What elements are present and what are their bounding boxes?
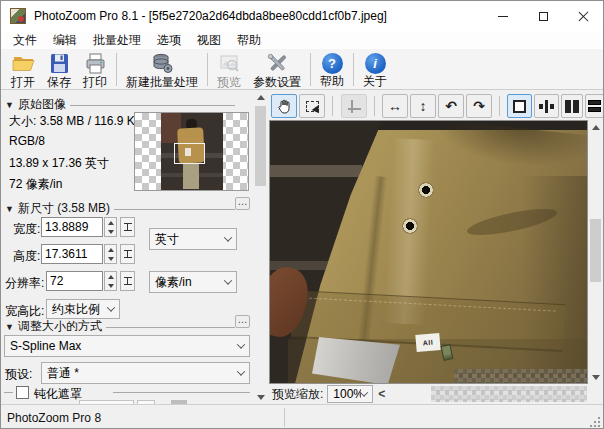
width-reset-button[interactable] — [120, 217, 135, 237]
section-title: 新尺寸 (3.58 MB) — [18, 200, 110, 217]
toolbar-separator — [207, 53, 208, 86]
aspect-ratio-select[interactable]: 约束比例 — [46, 299, 120, 319]
resolution-unit-select[interactable]: 像素/in — [149, 271, 237, 293]
menu-batch[interactable]: 批量处理 — [85, 31, 149, 50]
statusbar-separator — [284, 408, 285, 427]
new-size-options-button[interactable]: … — [235, 197, 250, 210]
marquee-icon — [306, 101, 319, 112]
section-new-size[interactable]: ▼ 新尺寸 (3.58 MB) — [5, 200, 235, 217]
menu-edit[interactable]: 编辑 — [45, 31, 85, 50]
watermark-mosaic — [431, 386, 587, 402]
close-button[interactable] — [563, 1, 603, 31]
watermark-mosaic — [454, 369, 587, 384]
menu-file[interactable]: 文件 — [5, 31, 45, 50]
help-button[interactable]: ? 帮助 — [314, 51, 350, 88]
hand-icon — [277, 98, 292, 114]
resize-method-options-button[interactable]: … — [235, 315, 250, 328]
original-resolution-line: 72 像素/in — [9, 176, 62, 193]
original-thumbnail[interactable] — [134, 112, 249, 191]
preview-scrollbar-thumb[interactable] — [590, 219, 601, 282]
resize-grip[interactable] — [589, 416, 601, 428]
window-title: PhotoZoom Pro 8.1 - [5f5e2720a2d64dbda8b… — [34, 9, 483, 23]
settings-button[interactable]: 参数设置 — [247, 51, 307, 88]
preset-select[interactable]: 普通 * — [41, 362, 250, 384]
view-split-button[interactable] — [534, 94, 559, 118]
height-reset-button[interactable] — [120, 244, 135, 264]
view-side-by-side-button[interactable] — [561, 94, 583, 118]
about-button[interactable]: i 关于 — [357, 51, 393, 88]
panel-scrollbar-thumb[interactable] — [255, 106, 266, 186]
statusbar: PhotoZoom Pro 8 — [1, 404, 603, 429]
crop-icon — [348, 100, 361, 113]
minimize-icon — [498, 16, 508, 17]
section-resize-method[interactable]: ▼ 调整大小的方式 — [5, 318, 235, 335]
scroll-up-icon[interactable] — [589, 120, 602, 134]
rotate-ccw-button[interactable]: ↶ — [438, 94, 464, 118]
thumbnail-selection-rect[interactable] — [174, 143, 205, 164]
view-top-bottom-button[interactable] — [585, 94, 604, 118]
original-dimensions-line: 13.89 x 17.36 英寸 — [9, 155, 109, 172]
photo-grommet — [402, 218, 418, 234]
hand-tool-button[interactable] — [271, 94, 297, 118]
scroll-left-icon[interactable]: < — [378, 387, 385, 401]
width-spinner[interactable] — [104, 217, 117, 237]
maximize-button[interactable] — [523, 1, 563, 31]
rotate-cw-button[interactable]: ↷ — [466, 94, 492, 118]
about-icon: i — [364, 52, 387, 74]
preview-zoom-select[interactable]: 100% — [327, 385, 373, 403]
panel-scrollbar[interactable] — [254, 90, 267, 404]
flip-vertical-icon: ↕ — [420, 98, 427, 114]
print-button[interactable]: 打印 — [77, 51, 113, 88]
width-label: 宽度: — [13, 221, 40, 238]
scroll-up-icon[interactable] — [254, 90, 267, 104]
preview-zoom-label: 预览缩放: — [272, 386, 323, 403]
section-title: 调整大小的方式 — [18, 318, 102, 335]
tools-icon — [266, 52, 289, 75]
view-side-by-side-icon — [565, 100, 579, 113]
save-button[interactable]: 保存 — [41, 51, 77, 88]
menu-help[interactable]: 帮助 — [229, 31, 269, 50]
maximize-icon — [539, 12, 548, 21]
marquee-tool-button[interactable] — [299, 94, 325, 118]
height-label: 高度: — [13, 248, 40, 265]
minimize-button[interactable] — [483, 1, 523, 31]
preview-button: 预览 — [211, 51, 247, 88]
view-single-button[interactable] — [507, 94, 532, 118]
flip-vertical-button[interactable]: ↕ — [410, 94, 436, 118]
new-batch-button[interactable]: 新建批量处理 — [120, 51, 204, 88]
unsharp-mask-label: 钝化遮罩 — [34, 386, 82, 403]
view-split-icon — [545, 100, 548, 113]
unsharp-mask-checkbox[interactable] — [16, 386, 29, 399]
ibeam-icon — [124, 250, 132, 258]
toolbar-separator — [310, 53, 311, 86]
scroll-down-icon[interactable] — [589, 370, 602, 384]
preview-image[interactable]: AII — [269, 120, 588, 384]
original-mode-line: RGB/8 — [9, 134, 45, 148]
resolution-reset-button[interactable] — [120, 271, 135, 291]
help-icon: ? — [321, 52, 344, 74]
resolution-input[interactable] — [46, 271, 103, 291]
flip-horizontal-button[interactable]: ↔ — [382, 94, 408, 118]
menu-view[interactable]: 视图 — [189, 31, 229, 50]
height-input[interactable] — [41, 244, 103, 264]
thumbnail-photo — [161, 113, 223, 191]
width-input[interactable] — [41, 217, 103, 237]
open-button[interactable]: 打开 — [5, 51, 41, 88]
toolbar-separator — [353, 53, 354, 86]
resolution-spinner[interactable] — [104, 271, 117, 291]
photo-label-tag: AII — [415, 333, 440, 352]
app-icon — [10, 8, 26, 24]
main-toolbar: 打开 保存 打印 新建批量处理 预览 — [1, 49, 603, 90]
section-rule — [70, 105, 235, 106]
menu-options[interactable]: 选项 — [149, 31, 189, 50]
section-original-image[interactable]: ▼ 原始图像 — [5, 96, 235, 113]
size-unit-select[interactable]: 英寸 — [149, 228, 237, 250]
chevron-down-icon — [224, 276, 232, 284]
height-spinner[interactable] — [104, 244, 117, 264]
preview-scrollbar[interactable] — [589, 120, 602, 384]
resize-method-select[interactable]: S-Spline Max — [4, 335, 250, 357]
collapse-triangle-icon: ▼ — [5, 100, 14, 110]
crop-button — [341, 94, 367, 118]
chevron-down-icon — [107, 303, 115, 311]
rotate-cw-icon: ↷ — [473, 98, 485, 114]
